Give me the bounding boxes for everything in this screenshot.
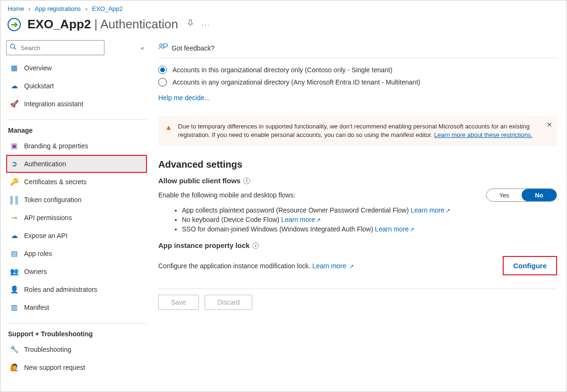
flow-item: No keyboard (Device Code Flow) Learn mor… — [182, 216, 557, 223]
sidebar-item-label: Owners — [24, 268, 47, 275]
breadcrumb: Home › App registrations › EXO_App2 — [0, 0, 567, 13]
sidebar-item-overview[interactable]: ▦ Overview — [6, 59, 147, 77]
flows-list: App collects plaintext password (Resourc… — [182, 206, 557, 233]
feedback-bar[interactable]: Got feedback? — [158, 40, 557, 58]
warning-learn-more-link[interactable]: Learn more about these restrictions. — [434, 131, 533, 138]
breadcrumb-sep: › — [86, 5, 87, 12]
feedback-label: Got feedback? — [172, 44, 215, 52]
radio-single-tenant[interactable]: Accounts in this organizational director… — [158, 66, 557, 74]
sidebar-item-integration-assistant[interactable]: 🚀 Integration assistant — [6, 95, 147, 113]
learn-more-link[interactable]: Learn more — [375, 225, 409, 233]
rocket-icon: 🚀 — [9, 100, 19, 108]
expose-api-icon: ☁ — [9, 231, 19, 240]
sidebar-item-new-support-request[interactable]: 🙋 New support request — [6, 358, 147, 376]
sidebar-item-roles-admins[interactable]: 👤 Roles and administrators — [6, 281, 147, 298]
sidebar-section-support: Support + Troubleshooting — [8, 323, 147, 338]
sidebar-item-quickstart[interactable]: ☁ Quickstart — [6, 77, 147, 95]
breadcrumb-home[interactable]: Home — [8, 5, 24, 12]
api-permissions-icon: ⊸ — [9, 213, 19, 222]
sidebar-item-label: App roles — [24, 250, 52, 257]
sidebar-item-label: API permissions — [24, 214, 72, 222]
token-icon: ║║ — [9, 196, 19, 204]
flow-item: SSO for domain-joined Windows (Windows I… — [182, 225, 557, 233]
sidebar-item-owners[interactable]: 👥 Owners — [6, 263, 147, 281]
instance-lock-heading: App instance property lock i — [158, 241, 557, 249]
key-icon: 🔑 — [9, 178, 19, 186]
learn-more-link[interactable]: Learn more — [411, 206, 445, 214]
public-flows-toggle[interactable]: Yes No — [486, 188, 557, 202]
public-client-flows-heading: Allow public client flows i — [158, 177, 557, 185]
authentication-icon: ➲ — [9, 160, 19, 168]
help-me-decide-link[interactable]: Help me decide... — [158, 94, 210, 102]
radio-label: Accounts in any organizational directory… — [172, 78, 420, 86]
external-link-icon: ↗ — [446, 207, 450, 214]
toggle-no: No — [522, 189, 557, 201]
more-menu-icon[interactable]: ··· — [202, 21, 210, 28]
sidebar-item-label: Roles and administrators — [24, 286, 97, 293]
pin-icon[interactable] — [187, 19, 194, 29]
roles-admins-icon: 👤 — [9, 285, 19, 294]
sidebar-item-label: Certificates & secrets — [24, 178, 86, 186]
search-icon — [10, 43, 17, 51]
radio-multi-tenant[interactable]: Accounts in any organizational directory… — [158, 78, 557, 86]
sidebar: « ▦ Overview ☁ Quickstart 🚀 Integration … — [0, 40, 147, 386]
learn-more-link[interactable]: Learn more — [281, 216, 315, 223]
main-content: Got feedback? Accounts in this organizat… — [147, 40, 567, 386]
branding-icon: ▣ — [9, 142, 19, 150]
sidebar-item-api-permissions[interactable]: ⊸ API permissions — [6, 209, 147, 227]
page-header: ➔ EXO_App2 | Authentication ··· — [0, 13, 567, 40]
radio-icon — [158, 78, 167, 86]
sidebar-item-label: Token configuration — [24, 196, 81, 204]
sidebar-item-label: Troubleshooting — [24, 346, 71, 353]
collapse-sidebar-icon[interactable]: « — [141, 44, 144, 51]
enable-flows-text: Enable the following mobile and desktop … — [158, 191, 295, 199]
sidebar-item-expose-api[interactable]: ☁ Expose an API — [6, 227, 147, 245]
sidebar-item-app-roles[interactable]: ▤ App roles — [6, 245, 147, 263]
discard-button[interactable]: Discard — [205, 295, 252, 310]
aad-app-icon: ➔ — [8, 18, 21, 31]
sidebar-item-label: Manifest — [24, 304, 49, 311]
sidebar-item-branding[interactable]: ▣ Branding & properties — [6, 137, 147, 155]
instance-lock-learn-more[interactable]: Learn more — [312, 262, 346, 270]
sidebar-item-certificates[interactable]: 🔑 Certificates & secrets — [6, 173, 147, 191]
external-link-icon: ↗ — [410, 226, 414, 233]
overview-icon: ▦ — [9, 64, 19, 72]
close-icon[interactable]: ✕ — [547, 120, 552, 130]
quickstart-icon: ☁ — [9, 82, 19, 90]
sidebar-item-troubleshooting[interactable]: 🔧 Troubleshooting — [6, 341, 147, 358]
sidebar-section-manage: Manage — [8, 119, 147, 134]
troubleshooting-icon: 🔧 — [9, 345, 19, 354]
advanced-settings-heading: Advanced settings — [158, 159, 557, 170]
sidebar-item-label: New support request — [24, 364, 85, 371]
flow-item: App collects plaintext password (Resourc… — [182, 206, 557, 214]
sidebar-item-label: Expose an API — [24, 232, 68, 239]
configure-button[interactable]: Configure — [503, 256, 557, 275]
breadcrumb-app-registrations[interactable]: App registrations — [35, 5, 81, 12]
sidebar-item-label: Overview — [24, 64, 52, 72]
info-icon[interactable]: i — [252, 242, 259, 249]
breadcrumb-current[interactable]: EXO_App2 — [92, 5, 123, 12]
radio-icon — [158, 66, 167, 74]
search-input[interactable] — [6, 40, 104, 55]
svg-point-2 — [160, 44, 162, 46]
sidebar-item-authentication[interactable]: ➲ Authentication — [6, 155, 147, 173]
toggle-yes: Yes — [487, 189, 522, 201]
feedback-icon — [158, 43, 168, 53]
external-link-icon: ↗ — [349, 263, 354, 270]
svg-point-0 — [10, 44, 15, 48]
manifest-icon: ▥ — [9, 303, 19, 312]
sidebar-item-label: Quickstart — [24, 82, 54, 90]
support-icon: 🙋 — [9, 363, 19, 372]
footer-bar: Save Discard — [158, 289, 557, 310]
sidebar-item-token-config[interactable]: ║║ Token configuration — [6, 191, 147, 209]
sidebar-item-manifest[interactable]: ▥ Manifest — [6, 298, 147, 316]
info-icon[interactable]: i — [243, 178, 250, 184]
radio-label: Accounts in this organizational director… — [172, 66, 392, 74]
page-title: EXO_App2 | Authentication — [27, 17, 178, 32]
sidebar-item-label: Authentication — [24, 160, 66, 168]
warning-icon: ▲ — [165, 122, 172, 133]
instance-lock-text: Configure the application instance modif… — [158, 262, 310, 270]
save-button[interactable]: Save — [158, 295, 199, 310]
owners-icon: 👥 — [9, 267, 19, 276]
sidebar-item-label: Branding & properties — [24, 142, 88, 150]
